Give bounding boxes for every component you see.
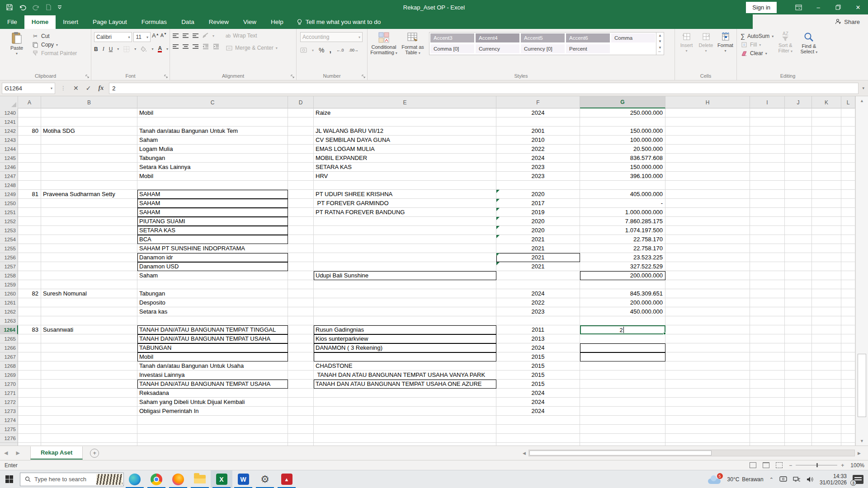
column-header-J[interactable]: J xyxy=(785,96,812,108)
taskbar-clock[interactable]: 14:3331/01/2026 xyxy=(820,473,847,486)
cell-E1262[interactable] xyxy=(314,307,496,316)
cell-G1274[interactable] xyxy=(580,416,665,425)
taskbar-explorer-icon[interactable] xyxy=(189,470,211,488)
cell-G1272[interactable] xyxy=(580,398,665,407)
cell-H1258[interactable] xyxy=(665,271,750,280)
cell-E1266[interactable]: DANAMON ( 3 Rekening) xyxy=(314,343,496,352)
cell-K1275[interactable] xyxy=(812,425,841,434)
cell-D1260[interactable] xyxy=(288,289,314,298)
cell-F1251[interactable]: 2019 xyxy=(496,208,580,217)
cell-D1255[interactable] xyxy=(288,244,314,253)
style-chip[interactable]: Accent6 xyxy=(566,33,610,43)
cell-L1276[interactable] xyxy=(841,434,855,443)
cell-G1270[interactable] xyxy=(580,380,665,389)
cell-L1255[interactable] xyxy=(841,244,855,253)
cell-L1249[interactable] xyxy=(841,190,855,199)
zoom-slider[interactable]: − + xyxy=(789,462,844,469)
cell-G1244[interactable]: 20.500.000 xyxy=(580,145,665,154)
underline-button[interactable]: U xyxy=(109,46,113,52)
cell-F1259[interactable] xyxy=(496,280,580,289)
zoom-out-icon[interactable]: − xyxy=(789,462,792,469)
cell-C1256[interactable]: Danamon idr xyxy=(137,253,288,262)
weather-icon[interactable]: 5 xyxy=(708,474,722,485)
cell-D1269[interactable] xyxy=(288,371,314,380)
cell-I1246[interactable] xyxy=(750,163,785,172)
cell-G1263[interactable] xyxy=(580,316,665,325)
cell-D1262[interactable] xyxy=(288,307,314,316)
cell-E1259[interactable] xyxy=(314,280,496,289)
cell-E1271[interactable] xyxy=(314,389,496,398)
taskbar-edge-icon[interactable] xyxy=(124,470,146,488)
cell-K1269[interactable] xyxy=(812,371,841,380)
speaker-icon[interactable] xyxy=(807,476,814,483)
cell-D1271[interactable] xyxy=(288,389,314,398)
cell-L1248[interactable] xyxy=(841,181,855,190)
cell-H1274[interactable] xyxy=(665,416,750,425)
cell-E1275[interactable] xyxy=(314,425,496,434)
cell-H1251[interactable] xyxy=(665,208,750,217)
cell-J1253[interactable] xyxy=(785,226,812,235)
cell-F1274[interactable] xyxy=(496,416,580,425)
cell-L1256[interactable] xyxy=(841,253,855,262)
cell-F1252[interactable]: 2020 xyxy=(496,217,580,226)
cell-D1273[interactable] xyxy=(288,407,314,416)
cell-E1253[interactable] xyxy=(314,226,496,235)
cell-A1262[interactable] xyxy=(18,307,41,316)
cell-H1271[interactable] xyxy=(665,389,750,398)
cell-I1276[interactable] xyxy=(750,434,785,443)
cell-D1252[interactable] xyxy=(288,217,314,226)
row-header-1271[interactable]: 1271 xyxy=(0,389,18,398)
horizontal-scrollbar[interactable]: ◀ ▶ xyxy=(520,449,863,457)
ribbon-display-options-icon[interactable] xyxy=(788,0,808,14)
cell-J1246[interactable] xyxy=(785,163,812,172)
delete-cells-button[interactable]: Delete▾ xyxy=(696,29,716,53)
number-dialog-launcher[interactable] xyxy=(361,74,366,79)
cell-A1259[interactable] xyxy=(18,280,41,289)
cell-C1271[interactable]: Reksadana xyxy=(137,389,288,398)
format-painter-button[interactable]: Format Painter xyxy=(32,50,77,57)
cell-L1275[interactable] xyxy=(841,425,855,434)
cell-D1253[interactable] xyxy=(288,226,314,235)
sort-filter-button[interactable]: AZ Sort &Filter ▾ xyxy=(774,29,797,57)
cell-K1262[interactable] xyxy=(812,307,841,316)
cell-D1261[interactable] xyxy=(288,298,314,307)
start-button[interactable] xyxy=(0,470,18,488)
row-header-1249[interactable]: 1249 xyxy=(0,190,18,199)
cell-L1242[interactable] xyxy=(841,127,855,136)
cell-I1264[interactable] xyxy=(750,325,785,334)
cell-K1250[interactable] xyxy=(812,199,841,208)
cell-A1250[interactable] xyxy=(18,199,41,208)
cell-E1251[interactable]: PT RATNA FOREVER BANDUNG xyxy=(314,208,496,217)
cell-C1259[interactable] xyxy=(137,280,288,289)
cell-B1264[interactable]: Susannwati xyxy=(41,325,137,334)
cell-K1243[interactable] xyxy=(812,136,841,145)
cell-G1269[interactable] xyxy=(580,371,665,380)
save-icon[interactable] xyxy=(6,4,13,10)
cell-D1249[interactable] xyxy=(288,190,314,199)
cell-I1266[interactable] xyxy=(750,343,785,352)
cell-J1254[interactable] xyxy=(785,235,812,244)
cell-C1266[interactable]: TABUNGAN xyxy=(137,343,288,352)
undo-icon[interactable] xyxy=(19,5,26,10)
cell-B1240[interactable] xyxy=(41,108,137,117)
align-bottom-icon[interactable] xyxy=(193,33,198,39)
cell-C1246[interactable]: Setara Kas Lainnya xyxy=(137,163,288,172)
cell-F1276[interactable] xyxy=(496,434,580,443)
cell-B1248[interactable] xyxy=(41,181,137,190)
fill-handle[interactable] xyxy=(663,332,666,335)
cell-C1249[interactable]: SAHAM xyxy=(137,190,288,199)
paste-button[interactable]: Paste▾ xyxy=(4,29,30,57)
cell-H1247[interactable] xyxy=(665,172,750,181)
cell-K1242[interactable] xyxy=(812,127,841,136)
cell-E1246[interactable]: SETARA KAS xyxy=(314,163,496,172)
style-chip[interactable] xyxy=(611,44,656,54)
cell-E1241[interactable] xyxy=(314,117,496,127)
cell-K1252[interactable] xyxy=(812,217,841,226)
row-header-1263[interactable]: 1263 xyxy=(0,316,18,325)
row-header-1248[interactable]: 1248 xyxy=(0,181,18,190)
cell-C1255[interactable]: SAHAM PT SUNSHINE INDOPRATAMA xyxy=(137,244,288,253)
row-header-1258[interactable]: 1258 xyxy=(0,271,18,280)
cell-J1241[interactable] xyxy=(785,117,812,127)
cell-J1251[interactable] xyxy=(785,208,812,217)
zoom-level[interactable]: 100% xyxy=(850,462,864,469)
